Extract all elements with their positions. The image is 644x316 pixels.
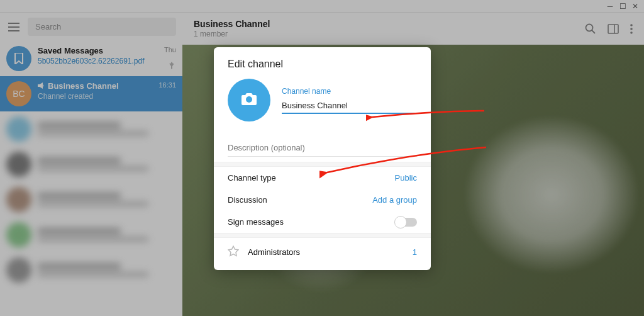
setting-value: Add a group [372, 195, 417, 205]
discussion-row[interactable]: Discussion Add a group [228, 189, 417, 211]
camera-icon [240, 91, 258, 109]
description-input[interactable] [228, 139, 417, 157]
setting-value: Public [395, 173, 417, 183]
channel-photo-button[interactable] [228, 79, 270, 121]
sign-messages-toggle[interactable] [396, 218, 417, 227]
divider [214, 162, 431, 167]
administrators-row[interactable]: Administrators 1 [228, 238, 417, 259]
setting-label: Channel type [228, 173, 276, 183]
svg-point-5 [246, 96, 252, 103]
edit-channel-dialog: Edit channel Channel name Channel type P… [214, 47, 431, 270]
channel-name-label: Channel name [282, 87, 417, 96]
divider [214, 233, 431, 238]
setting-label: Sign messages [228, 217, 284, 227]
channel-type-row[interactable]: Channel type Public [228, 167, 417, 189]
administrators-label: Administrators [248, 247, 300, 257]
setting-label: Discussion [228, 195, 267, 205]
channel-name-input[interactable] [282, 98, 417, 114]
administrators-count: 1 [413, 247, 417, 257]
sign-messages-row: Sign messages [228, 211, 417, 233]
dialog-title: Edit channel [214, 47, 431, 79]
star-icon [228, 245, 239, 259]
